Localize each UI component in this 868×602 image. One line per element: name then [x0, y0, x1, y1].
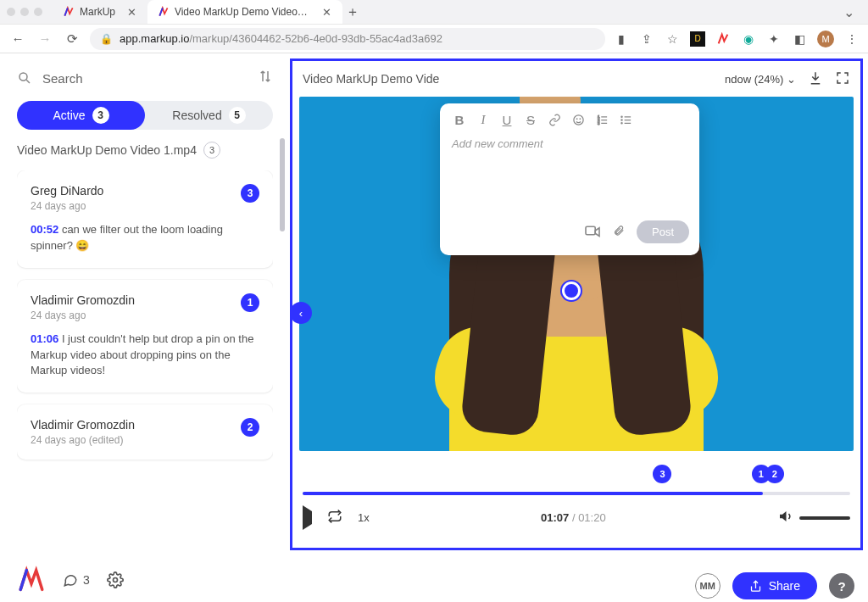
sort-button[interactable]: [258, 69, 273, 87]
timeline-pin[interactable]: 2: [765, 465, 784, 483]
help-button[interactable]: ?: [829, 573, 854, 599]
comment-card[interactable]: Vladimir Gromozdin 24 days ago (edited) …: [17, 404, 273, 460]
attach-button[interactable]: [613, 223, 625, 242]
svg-line-1: [26, 80, 30, 83]
download-button[interactable]: [808, 70, 823, 88]
file-header[interactable]: Video MarkUp Demo Video 1.mp4 3: [17, 142, 273, 159]
comment-input[interactable]: Add new comment: [440, 132, 699, 220]
reload-button[interactable]: ⟳: [63, 31, 81, 47]
share-label: Share: [769, 579, 800, 593]
video-viewport[interactable]: B I U S 123 Add new comment: [299, 97, 854, 451]
svg-point-4: [576, 118, 577, 119]
star-icon[interactable]: ☆: [665, 31, 680, 47]
comments-count-button[interactable]: 3: [63, 572, 90, 588]
play-button[interactable]: [303, 511, 312, 524]
close-tab-icon[interactable]: ✕: [320, 6, 332, 19]
comment-author: Vladimir Gromozdin: [31, 418, 135, 432]
filter-active[interactable]: Active 3: [17, 101, 145, 130]
timeline-pins: 3 1 2: [303, 465, 850, 483]
italic-button[interactable]: I: [476, 112, 491, 127]
share-ext-icon[interactable]: ⇪: [639, 31, 654, 47]
collapse-sidebar-button[interactable]: ‹: [290, 302, 312, 324]
markup-ext-icon[interactable]: [715, 31, 731, 47]
comment-time: 24 days ago (edited): [31, 434, 135, 446]
browser-tab-markup[interactable]: MarkUp ✕: [53, 0, 147, 24]
volume-slider[interactable]: [799, 516, 850, 520]
share-button[interactable]: Share: [732, 572, 817, 599]
svg-point-17: [620, 122, 621, 123]
timeline-progress: [303, 492, 763, 495]
bold-button[interactable]: B: [452, 112, 467, 127]
timeline-track[interactable]: [303, 492, 850, 495]
ext-square-icon[interactable]: D: [690, 31, 705, 47]
address-bar[interactable]: 🔒 app.markup.io/markup/43604462-52b6-4e0…: [90, 28, 605, 50]
fullscreen-button[interactable]: [835, 70, 850, 88]
emoji-button[interactable]: [570, 112, 586, 127]
ul-icon: [620, 114, 632, 126]
comment-pin-badge: 2: [241, 418, 259, 437]
underline-button[interactable]: U: [499, 112, 515, 127]
comment-pin-badge: 1: [241, 293, 259, 312]
comment-card[interactable]: Vladimir Gromozdin 24 days ago 1 01:06 I…: [17, 280, 273, 393]
settings-button[interactable]: [107, 571, 124, 588]
browser-tab-video-markup[interactable]: Video MarkUp Demo Video 1 · ✕: [147, 0, 342, 24]
markup-favicon-icon: [63, 6, 75, 18]
timeline-pin[interactable]: 3: [653, 465, 671, 483]
video-pin-marker[interactable]: [562, 281, 581, 300]
comment-time: 24 days ago: [31, 309, 135, 321]
window-controls[interactable]: [7, 8, 42, 16]
expand-tabs-icon[interactable]: ⌄: [837, 4, 861, 20]
file-name: Video MarkUp Demo Video 1.mp4: [17, 143, 197, 157]
comment-popup: B I U S 123 Add new comment: [440, 103, 699, 255]
speed-button[interactable]: 1x: [358, 511, 370, 524]
loop-icon: [327, 509, 342, 524]
comments-total: 3: [83, 573, 90, 587]
emoji-icon: [572, 114, 585, 126]
editor-toolbar: B I U S 123: [440, 103, 699, 132]
grammarly-ext-icon[interactable]: ◉: [741, 31, 756, 47]
svg-point-2: [113, 578, 117, 582]
link-icon: [548, 114, 561, 126]
strike-button[interactable]: S: [523, 112, 538, 127]
filter-resolved[interactable]: Resolved 5: [145, 101, 273, 130]
link-button[interactable]: [547, 112, 562, 127]
unordered-list-button[interactable]: [618, 112, 633, 127]
ordered-list-button[interactable]: 123: [594, 112, 609, 127]
forward-button[interactable]: →: [36, 31, 54, 46]
sidepanel-icon[interactable]: ◧: [792, 31, 807, 47]
svg-text:3: 3: [597, 120, 599, 125]
comment-card[interactable]: Greg DiNardo 24 days ago 3 00:52 can we …: [17, 170, 273, 268]
volume-button[interactable]: [777, 509, 793, 527]
close-tab-icon[interactable]: ✕: [125, 6, 137, 19]
record-button[interactable]: [584, 224, 601, 241]
post-button[interactable]: Post: [637, 220, 689, 243]
comment-body: 00:52 can we filter out the loom loading…: [31, 222, 259, 254]
markup-logo-icon[interactable]: [17, 566, 46, 594]
camera-icon[interactable]: ▮: [614, 31, 629, 47]
svg-point-0: [19, 73, 27, 81]
comment-author: Vladimir Gromozdin: [31, 293, 135, 307]
chat-bubble-icon: [63, 572, 78, 588]
file-comment-count: 3: [203, 142, 220, 159]
sort-icon: [258, 69, 273, 84]
chevron-left-icon: ‹: [299, 307, 303, 320]
comment-author: Greg DiNardo: [31, 184, 103, 198]
kebab-menu-icon[interactable]: ⋮: [844, 31, 860, 47]
url-host: app.markup.io: [120, 32, 189, 45]
new-tab-button[interactable]: ＋: [342, 2, 363, 22]
extensions-icon[interactable]: ✦: [766, 31, 782, 47]
video-title: Video MarkUp Demo Vide: [303, 72, 439, 86]
profile-avatar[interactable]: M: [817, 31, 834, 47]
user-avatar[interactable]: MM: [695, 573, 721, 599]
search-placeholder: Search: [42, 71, 83, 86]
video-canvas: Video MarkUp Demo Vide ndow (24%) ⌄ ‹: [290, 59, 863, 550]
volume-icon: [777, 509, 793, 524]
svg-point-15: [620, 116, 621, 117]
filter-resolved-count: 5: [229, 107, 246, 124]
comment-placeholder: Add new comment: [452, 137, 543, 150]
loop-button[interactable]: [327, 509, 342, 527]
search-input[interactable]: Search: [17, 70, 83, 86]
back-button[interactable]: ←: [8, 31, 27, 46]
comment-pin-badge: 3: [241, 184, 259, 203]
zoom-fit-dropdown[interactable]: ndow (24%) ⌄: [725, 73, 796, 86]
